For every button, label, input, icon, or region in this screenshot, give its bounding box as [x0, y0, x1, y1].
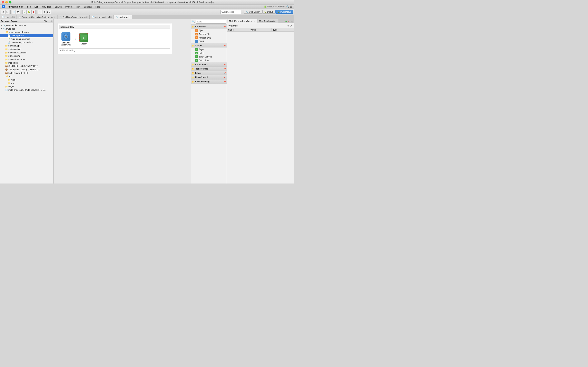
palette-item-async[interactable]: A Async	[191, 48, 227, 51]
palette-item-batch[interactable]: B Batch	[191, 51, 227, 55]
connector-component[interactable]: 🔌 CookBook(Streaming)	[61, 32, 71, 46]
toolbar-forward-btn[interactable]: ▷	[5, 10, 9, 14]
close-mule-app[interactable]: ✕	[129, 16, 130, 18]
minimize-button[interactable]	[5, 1, 8, 3]
menu-navigate[interactable]: Navigate	[40, 5, 52, 8]
transformers-header[interactable]: 📁 Transformers 📌	[191, 67, 227, 71]
debug-panel-add-icon[interactable]: +	[285, 20, 287, 23]
pe-max-icon[interactable]: □	[49, 20, 51, 22]
scopes-pin-icon[interactable]: 📌	[224, 45, 226, 47]
pe-min-icon[interactable]: ─	[47, 20, 49, 22]
svg-text:🔌: 🔌	[65, 35, 67, 38]
debug-panel-remove-icon[interactable]: ✕	[287, 20, 289, 23]
tab-cookbook-connector[interactable]: ☕ CookBookConnector.java ✕	[58, 15, 90, 19]
debug-panel-maximize-icon[interactable]: □	[292, 21, 293, 23]
tree-item[interactable]: ▶ 📁 src/test/java	[0, 54, 53, 58]
remove-watch-btn[interactable]: ✕	[290, 24, 292, 27]
menu-help[interactable]: Help	[94, 5, 102, 8]
tab-connector-strategy[interactable]: ☕ ConnectorConnectionStrategy.java ✕	[17, 15, 57, 19]
menu-edit[interactable]: Edit	[33, 5, 40, 8]
tree-item[interactable]: ▶ 📁 src/main/api	[0, 44, 53, 48]
toolbar-back-btn[interactable]: ◁	[1, 10, 5, 14]
components-folder-icon: 📁	[192, 63, 194, 66]
menu-run[interactable]: Run	[74, 5, 82, 8]
scopes-header[interactable]: 📁 Scopes 📌	[191, 43, 227, 48]
add-watch-btn[interactable]: +	[287, 24, 289, 27]
toolbar-step-into-btn[interactable]: ⬇	[42, 10, 46, 14]
close-cookbook-connector[interactable]: ✕	[86, 16, 88, 18]
pe-collapse-icon[interactable]: ⊟	[44, 20, 45, 22]
transformers-pin-icon[interactable]: 📌	[224, 68, 226, 70]
components-pin-icon[interactable]: 📌	[224, 64, 226, 66]
flow-control-header[interactable]: 📁 Flow Control 📌	[191, 75, 227, 79]
components-header[interactable]: 📁 Components 📌	[191, 62, 227, 67]
palette-item-ajax[interactable]: A Ajax	[191, 29, 227, 32]
close-button[interactable]	[2, 1, 4, 3]
menu-search[interactable]: Search	[53, 5, 63, 8]
palette-search-input[interactable]	[196, 20, 226, 24]
toolbar-save-btn[interactable]: 💾	[16, 10, 20, 14]
debug-tab-breakpoints[interactable]: Mule Breakpoints ✕	[257, 19, 278, 23]
tree-item[interactable]: ▶ 📦 JRE System Library [JavaSE-1.7]	[0, 68, 53, 71]
tree-item[interactable]: ▼ 📂 src	[0, 75, 53, 78]
quick-access-box[interactable]: Quick Access	[221, 10, 241, 14]
tree-item[interactable]: ▶ 📝 mule-app.properties	[0, 37, 53, 41]
toolbar-stop-btn[interactable]: ⏹	[31, 10, 35, 14]
menu-project[interactable]: Project	[64, 5, 74, 8]
flow-control-pin-icon[interactable]: 📌	[224, 76, 226, 78]
app-name-menu[interactable]: Anypoint Studio	[6, 5, 25, 8]
tree-item[interactable]: ▶ 📁 test	[0, 82, 53, 85]
maximize-button[interactable]	[9, 1, 11, 3]
tree-item[interactable]: ▶ 📦 CookBook [v4.0.0-SNAPSHOT]	[0, 64, 53, 68]
error-handling-pin-icon[interactable]: 📌	[224, 81, 226, 83]
close-connector-strategy[interactable]: ✕	[54, 16, 56, 18]
breakpoints-close[interactable]: ✕	[275, 20, 277, 22]
menu-window[interactable]: Window	[82, 5, 93, 8]
tree-item[interactable]: ▶ 📄 mule-project.xml [Mule Server 3.7.0 …	[0, 88, 53, 92]
error-handling-section[interactable]: ▶ Error handling	[60, 48, 170, 52]
perspective-mule-design[interactable]: 🔧 Mule Design	[244, 10, 262, 14]
menu-file[interactable]: File	[26, 5, 33, 8]
tree-item[interactable]: ▶ 📄 mule-app.xml	[0, 34, 53, 37]
pe-close-icon[interactable]: ✕	[51, 20, 52, 22]
close-pom-xml[interactable]: ✕	[13, 16, 15, 18]
palette-item-amazon-s3[interactable]: S Amazon S3	[191, 32, 227, 36]
tab-mule-project[interactable]: 📄 mule-project.xml ✕	[90, 15, 114, 19]
palette-item-batch-step[interactable]: B Batch Step	[191, 58, 227, 62]
connectors-header[interactable]: 📁 Connectors 📌	[191, 25, 227, 29]
tree-item[interactable]: ▼ 🔧 mule-app	[0, 27, 53, 31]
connectors-label: Connectors	[195, 25, 207, 28]
tree-item[interactable]: ▶ 📁 main	[0, 78, 53, 82]
debug-tab-expression-watch[interactable]: Mule Expression Watch... ✕	[227, 19, 257, 23]
tab-mule-app[interactable]: 🔧 mule-app ✕	[114, 15, 132, 19]
tree-item[interactable]: ▶ 📁 target	[0, 85, 53, 88]
palette-item-batch-commit[interactable]: B Batch Commit	[191, 55, 227, 58]
toolbar-run-btn[interactable]: ▶	[22, 10, 26, 14]
palette-item-amazon-sqs[interactable]: Q Amazon SQS	[191, 36, 227, 40]
tree-item[interactable]: ▶ 📁 src/test/resources	[0, 58, 53, 61]
palette-item-cmis[interactable]: C CMIS	[191, 40, 227, 43]
perspective-debug[interactable]: 🐛 Debug	[262, 10, 275, 14]
logger-component[interactable]: L Logger	[79, 33, 88, 45]
connectors-pin-icon[interactable]: 📌	[224, 26, 226, 27]
toolbar-new-btn[interactable]: 📄	[12, 10, 16, 14]
tree-item[interactable]: ▼ 📂 src/main/app (Flows)	[0, 30, 53, 34]
toolbar-resume-btn[interactable]: ▶▶	[47, 10, 51, 14]
tree-item[interactable]: ▶ 📦 Mule Server 3.7.0 EE	[0, 71, 53, 75]
close-mule-project[interactable]: ✕	[110, 16, 112, 18]
error-handling-header[interactable]: 📁 Error Handling 📌	[191, 80, 227, 83]
tab-pom-xml[interactable]: 📄 pom.xml ✕	[0, 15, 17, 19]
toolbar-debug-btn[interactable]: 🐛	[27, 10, 31, 14]
perspective-mule-debug[interactable]: 🐛 Mule Debug	[276, 10, 293, 14]
tree-item[interactable]: ▶ 📁 src/main/resources	[0, 51, 53, 54]
tree-item[interactable]: ▼ 🔧 cook-book-connector	[0, 24, 53, 27]
debug-panel-minimize-icon[interactable]: ─	[290, 21, 291, 23]
expression-watch-close[interactable]: ✕	[254, 20, 255, 22]
toolbar-step-over-btn[interactable]: ⤵	[38, 10, 42, 14]
tree-item[interactable]: ▶ 📁 mappings	[0, 61, 53, 65]
tree-item[interactable]: ▶ 📝 mule-deploy.properties	[0, 41, 53, 44]
tree-item[interactable]: ▶ 📁 src/main/java	[0, 48, 53, 51]
filters-header[interactable]: 📁 Filters 📌	[191, 71, 227, 75]
pe-menu-icon[interactable]: ▾	[46, 20, 47, 22]
filters-pin-icon[interactable]: 📌	[224, 72, 226, 74]
